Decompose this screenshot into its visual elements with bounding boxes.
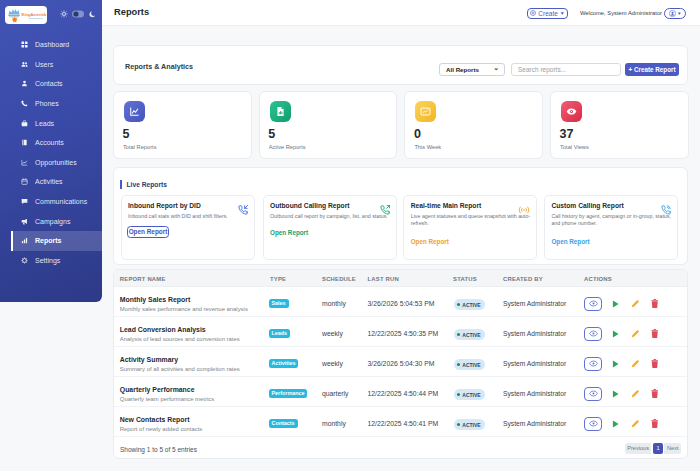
- svg-text:Technologies: Technologies: [28, 17, 43, 20]
